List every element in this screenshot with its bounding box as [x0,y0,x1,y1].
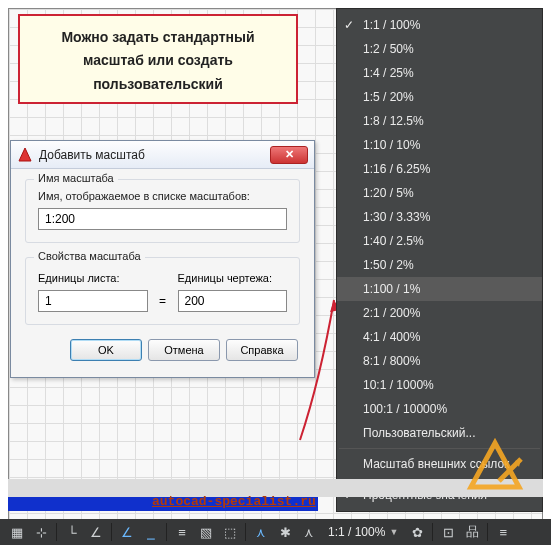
site-url[interactable]: autocad-specialist.ru [152,494,316,509]
menu-item-label: 1:8 / 12.5% [363,114,424,128]
group-scale-name: Имя масштаба Имя, отображаемое в списке … [25,179,300,243]
polar-icon[interactable]: ∠ [85,522,107,542]
auto-scale-icon[interactable]: ✱ [274,522,296,542]
transparency-icon[interactable]: ▧ [195,522,217,542]
scale-menu-item[interactable]: ✓1:1 / 100% [337,13,542,37]
menu-item-label: 1:50 / 2% [363,258,414,272]
menu-item-label: 1:16 / 6.25% [363,162,430,176]
scale-menu-item[interactable]: 1:20 / 5% [337,181,542,205]
app-icon [17,147,33,163]
osnap-icon[interactable]: ∠ [116,522,138,542]
dialog-title: Добавить масштаб [39,148,145,162]
group-legend: Имя масштаба [34,172,118,184]
snap-icon[interactable]: ⊹ [30,522,52,542]
chevron-down-icon: ▼ [389,527,398,537]
lineweight-icon[interactable]: ≡ [171,522,193,542]
close-button[interactable]: ✕ [270,146,308,164]
group-scale-props: Свойства масштаба Единицы листа: = Едини… [25,257,300,325]
status-bar: ▦ ⊹ └ ∠ ∠ ⎯ ≡ ▧ ⬚ ⋏ ✱ ⋏ 1:1 / 100% ▼ ✿ ⊡… [0,519,551,545]
isolate-icon[interactable]: ⊡ [437,522,459,542]
help-button[interactable]: Справка [226,339,298,361]
scale-menu-item[interactable]: 1:5 / 20% [337,85,542,109]
sheet-units-input[interactable] [38,290,148,312]
drawing-units-input[interactable] [178,290,288,312]
scale-menu-item[interactable]: 8:1 / 800% [337,349,542,373]
annotation-note: Можно задать стандартный масштаб или соз… [18,14,298,104]
scale-menu-item[interactable]: 4:1 / 400% [337,325,542,349]
grid-icon[interactable]: ▦ [6,522,28,542]
menu-item-label: 10:1 / 1000% [363,378,434,392]
check-icon: ✓ [344,18,354,32]
ortho-icon[interactable]: └ [61,522,83,542]
scale-menu-item[interactable]: 1:2 / 50% [337,37,542,61]
cancel-button[interactable]: Отмена [148,339,220,361]
menu-item-label: 4:1 / 400% [363,330,420,344]
sheet-units-label: Единицы листа: [38,272,148,284]
menu-item-label: 1:2 / 50% [363,42,414,56]
ok-button[interactable]: OK [70,339,142,361]
menu-item-label: 1:4 / 25% [363,66,414,80]
hardware-icon[interactable]: 品 [461,522,483,542]
scale-menu-item[interactable]: 1:50 / 2% [337,253,542,277]
scale-menu-item[interactable]: 1:10 / 10% [337,133,542,157]
scale-name-label: Имя, отображаемое в списке масштабов: [38,190,287,202]
menu-item-label: 1:10 / 10% [363,138,420,152]
note-line: масштаб или создать [83,52,233,68]
add-scale-dialog: Добавить масштаб ✕ Имя масштаба Имя, ото… [10,140,315,378]
menu-item-label: 100:1 / 10000% [363,402,447,416]
menu-item-label: 1:5 / 20% [363,90,414,104]
menu-item-label: 1:1 / 100% [363,18,420,32]
scale-menu-item[interactable]: 1:40 / 2.5% [337,229,542,253]
menu-item-label: 1:30 / 3.33% [363,210,430,224]
scale-menu-item[interactable]: 1:100 / 1% [337,277,542,301]
group-legend: Свойства масштаба [34,250,145,262]
drawing-units-label: Единицы чертежа: [178,272,288,284]
menu-item-label: 1:100 / 1% [363,282,420,296]
menu-item-label: 2:1 / 200% [363,306,420,320]
scale-menu-item[interactable]: 100:1 / 10000% [337,397,542,421]
annotation-icon[interactable]: ⋏ [250,522,272,542]
scale-menu-item[interactable]: 1:8 / 12.5% [337,109,542,133]
scale-list-icon[interactable]: ⋏ [298,522,320,542]
dialog-body: Имя масштаба Имя, отображаемое в списке … [11,169,314,377]
scale-menu-item[interactable]: 1:4 / 25% [337,61,542,85]
scale-menu-item[interactable]: 1:30 / 3.33% [337,205,542,229]
menu-item-label: 1:40 / 2.5% [363,234,424,248]
gear-icon[interactable]: ✿ [406,522,428,542]
scale-menu-item[interactable]: 1:16 / 6.25% [337,157,542,181]
current-scale[interactable]: 1:1 / 100% ▼ [322,525,404,539]
menu-item-label: 1:20 / 5% [363,186,414,200]
cycling-icon[interactable]: ⬚ [219,522,241,542]
menu-item-label: 8:1 / 800% [363,354,420,368]
logo-watermark [461,437,529,493]
equals-sign: = [156,294,170,308]
scale-menu-item[interactable]: 2:1 / 200% [337,301,542,325]
scale-name-input[interactable] [38,208,287,230]
customize-icon[interactable]: ≡ [492,522,514,542]
note-line: Можно задать стандартный [61,29,254,45]
menu-item-label: Пользовательский... [363,426,476,440]
close-icon: ✕ [285,148,294,161]
scale-menu-item[interactable]: 10:1 / 1000% [337,373,542,397]
dialog-titlebar[interactable]: Добавить масштаб ✕ [11,141,314,169]
note-line: пользовательский [93,76,223,92]
linetype-icon[interactable]: ⎯ [140,522,162,542]
